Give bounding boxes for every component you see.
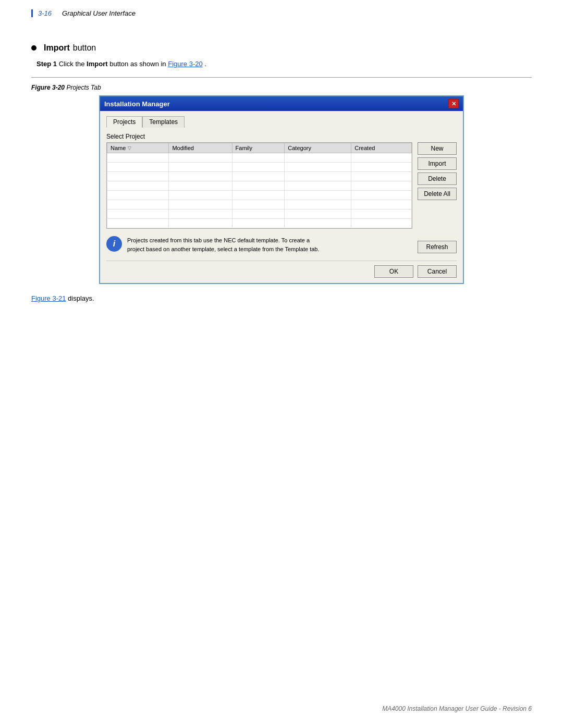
ok-button[interactable]: OK [374,265,413,278]
table-cell [351,153,412,163]
table-cell [232,219,285,228]
table-cell [107,163,169,172]
table-cell [232,200,285,209]
table-cell [169,172,232,181]
projects-table: Name ▽ Modified Family Category Created [107,143,412,228]
dialog-title: Installation Manager [104,100,170,108]
table-cell [107,172,169,181]
page-number: 3-16 [31,9,52,17]
table-cell [169,209,232,219]
table-row[interactable] [107,209,412,219]
table-cell [285,163,351,172]
table-cell [169,191,232,200]
bullet-icon [31,45,36,51]
info-text: Projects created from this tab use the N… [127,236,412,253]
table-cell [232,153,285,163]
table-cell [351,181,412,191]
dialog-close-button[interactable]: ✕ [448,99,459,108]
table-row[interactable] [107,191,412,200]
dialog-body: Projects Templates Select Project [100,111,463,283]
col-created: Created [351,143,412,153]
table-cell [285,200,351,209]
table-cell [107,191,169,200]
dialog-wrapper: Installation Manager ✕ Projects Template… [31,95,532,284]
dialog-titlebar: Installation Manager ✕ [100,96,463,111]
sort-icon: ▽ [128,145,131,151]
table-cell [351,209,412,219]
figure-caption-bold: Figure 3-20 [31,84,65,91]
dialog-footer: OK Cancel [106,261,457,278]
table-area: Name ▽ Modified Family Category Created [106,142,412,229]
table-cell [107,200,169,209]
table-row[interactable] [107,163,412,172]
tab-projects[interactable]: Projects [106,116,142,128]
info-line2: project based on another template, selec… [127,246,320,252]
table-row[interactable] [107,153,412,163]
page-container: 3-16 Graphical User Interface Import but… [0,0,563,728]
info-icon: i [106,236,122,252]
table-cell [107,153,169,163]
tab-projects-label: Projects [113,118,136,126]
step-period: . [204,60,206,68]
table-cell [285,181,351,191]
col-modified: Modified [169,143,232,153]
page-number-text: 3-16 [38,9,52,17]
table-cell [169,163,232,172]
refresh-button[interactable]: Refresh [418,241,457,253]
step-text-after: button as shown in [109,60,168,68]
table-cell [285,219,351,228]
table-row[interactable] [107,200,412,209]
section-title: Graphical User Interface [62,9,136,17]
tab-templates-label: Templates [149,118,178,126]
table-cell [169,153,232,163]
import-bold: Import [44,43,70,53]
figure-link-after: displays. [68,294,94,302]
table-cell [232,191,285,200]
table-cell [351,219,412,228]
table-cell [351,200,412,209]
figure-3-21-link[interactable]: Figure 3-21 [31,294,66,302]
table-cell [169,200,232,209]
figure-3-20-link[interactable]: Figure 3-20 [168,60,202,68]
import-heading: Import button [31,43,532,53]
table-cell [107,219,169,228]
table-cell [351,163,412,172]
table-row[interactable] [107,181,412,191]
table-row[interactable] [107,219,412,228]
table-cell [232,172,285,181]
table-cell [351,191,412,200]
table-cell [232,181,285,191]
table-row[interactable] [107,172,412,181]
table-cell [107,181,169,191]
table-cell [232,163,285,172]
footer-right: OK Cancel [374,265,457,278]
installation-manager-dialog: Installation Manager ✕ Projects Template… [99,95,464,284]
section-divider [31,77,532,78]
figure-caption: Figure 3-20 Projects Tab [31,84,532,91]
table-cell [285,191,351,200]
new-button[interactable]: New [418,142,457,155]
cancel-button[interactable]: Cancel [418,265,457,278]
step-text-before: Click the [59,60,87,68]
page-footer: MA4000 Installation Manager User Guide -… [382,705,532,712]
main-content: Import button Step 1 Click the Import bu… [0,22,563,323]
table-cell [351,172,412,181]
table-cell [232,209,285,219]
import-normal: button [73,43,96,53]
import-button[interactable]: Import [418,157,457,170]
button-panel: New Import Delete Delete All [418,142,457,229]
figure-caption-text: Projects Tab [66,84,101,91]
info-box: i Projects created from this tab use the… [106,234,457,255]
step-text: Step 1 Click the Import button as shown … [36,60,532,68]
table-cell [169,181,232,191]
figure-link-text: Figure 3-21 displays. [31,294,532,302]
col-name: Name ▽ [107,143,169,153]
table-cell [285,153,351,163]
delete-button[interactable]: Delete [418,172,457,185]
table-cell [169,219,232,228]
table-and-buttons: Name ▽ Modified Family Category Created [106,142,457,229]
delete-all-button[interactable]: Delete All [418,188,457,200]
tab-templates[interactable]: Templates [142,116,185,128]
dialog-tabs: Projects Templates [106,116,457,128]
step-import-bold: Import [87,60,107,68]
